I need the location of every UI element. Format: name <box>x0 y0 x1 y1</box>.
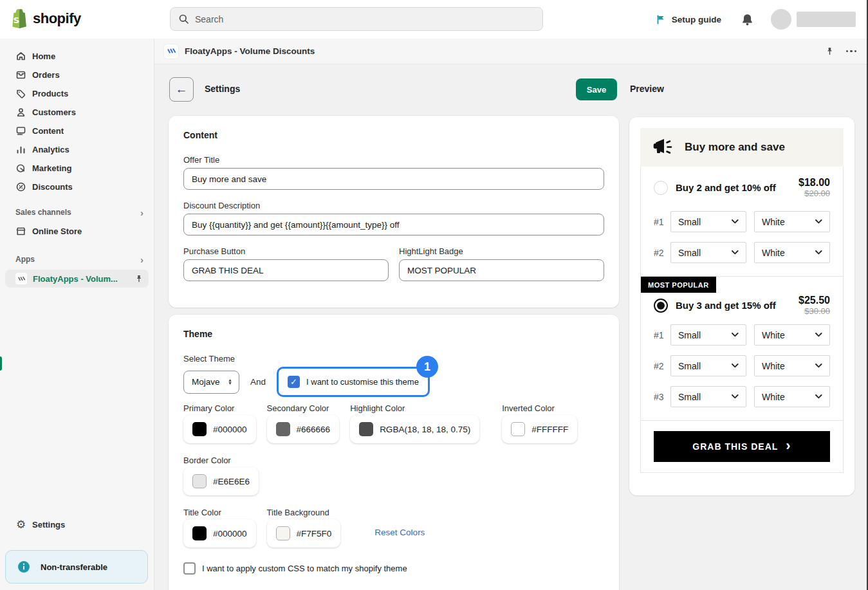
color-select[interactable]: White <box>754 386 830 407</box>
color-swatch <box>276 422 290 436</box>
size-select[interactable]: Small <box>670 355 746 376</box>
select-value: White <box>762 217 785 227</box>
color-swatch <box>276 526 290 540</box>
grab-this-deal-button[interactable]: GRAB THIS DEAL › <box>654 431 830 462</box>
offer-radio-unselected[interactable] <box>654 181 668 195</box>
variant-index: #1 <box>654 217 670 227</box>
sidebar-item-analytics[interactable]: Analytics <box>5 140 149 158</box>
chevron-down-icon <box>815 364 822 368</box>
variant-index: #1 <box>654 330 670 340</box>
title-background-picker[interactable]: #F7F5F0 <box>267 519 341 548</box>
apps-label: Apps <box>15 255 35 264</box>
main-nav: Home Orders Products Customers Content A… <box>0 39 154 196</box>
target-icon <box>15 163 26 174</box>
search-icon <box>178 14 189 24</box>
sidebar-item-products[interactable]: Products <box>5 84 149 102</box>
active-indicator <box>0 356 2 371</box>
offer-row: Buy 2 and get 10% off $18.00 $20.00 <box>654 177 830 198</box>
color-select[interactable]: White <box>754 324 830 346</box>
highlight-color-picker[interactable]: RGBA(18, 18, 18, 0.75) <box>350 415 479 443</box>
primary-color-picker[interactable]: #000000 <box>183 415 256 443</box>
border-color-picker[interactable]: #E6E6E6 <box>183 467 259 495</box>
chevron-right-icon[interactable]: › <box>140 254 143 265</box>
chevron-right-icon[interactable]: › <box>140 207 143 218</box>
cta-section: GRAB THIS DEAL › <box>641 420 843 472</box>
preview-section-title: Preview <box>630 84 664 94</box>
back-button[interactable]: ← <box>169 77 194 102</box>
inverted-color-picker[interactable]: #FFFFFF <box>502 415 577 443</box>
offer-compare-price: $30.00 <box>799 306 830 316</box>
custom-css-checkbox[interactable] <box>183 562 196 575</box>
cta-label: GRAB THIS DEAL <box>692 441 778 452</box>
pin-icon[interactable] <box>825 46 835 56</box>
select-value: White <box>762 392 785 402</box>
discount-description-input[interactable] <box>183 214 604 235</box>
title-color-picker[interactable]: #000000 <box>183 519 256 548</box>
person-icon <box>15 107 26 118</box>
color-select[interactable]: White <box>754 242 830 263</box>
sidebar-item-customers[interactable]: Customers <box>5 103 149 121</box>
size-select[interactable]: Small <box>670 324 746 346</box>
chevron-down-icon <box>732 394 739 399</box>
highlight-badge-input[interactable] <box>399 259 604 281</box>
variant-row: #1 Small White <box>654 324 830 346</box>
home-icon <box>15 51 26 62</box>
sidebar-item-label: Content <box>32 126 64 136</box>
global-search[interactable] <box>170 7 543 31</box>
notifications-bell-icon[interactable] <box>741 13 754 26</box>
select-value: White <box>762 330 785 340</box>
variant-row: #3 Small White <box>654 386 830 407</box>
sidebar-item-content[interactable]: Content <box>5 122 149 140</box>
purchase-button-input[interactable] <box>183 259 389 281</box>
chevron-down-icon <box>732 364 739 368</box>
bar-chart-icon <box>15 144 26 155</box>
size-select[interactable]: Small <box>670 242 746 263</box>
secondary-color-picker[interactable]: #666666 <box>267 415 340 443</box>
offer-title-input[interactable] <box>183 168 604 190</box>
select-value: Small <box>678 361 701 371</box>
sidebar-item-online-store[interactable]: Online Store <box>5 222 149 240</box>
offer-radio-selected[interactable] <box>654 299 668 313</box>
sidebar-item-label: Settings <box>32 520 65 530</box>
storefront-icon <box>15 226 26 237</box>
sidebar-item-floatyapps[interactable]: FloatyApps - Volum... <box>5 270 149 288</box>
sidebar-item-discounts[interactable]: Discounts <box>5 178 149 196</box>
percent-icon <box>15 181 26 192</box>
theme-select[interactable]: Mojave ▲▼ <box>183 371 239 394</box>
setup-guide-button[interactable]: Setup guide <box>656 14 721 25</box>
flag-icon <box>656 14 667 25</box>
reset-colors-link[interactable]: Reset Colors <box>374 528 425 537</box>
color-select[interactable]: White <box>754 355 830 376</box>
sidebar-item-settings[interactable]: ⚙ Settings <box>5 515 149 533</box>
store-name-placeholder[interactable] <box>797 12 856 27</box>
sidebar-item-marketing[interactable]: Marketing <box>5 159 149 177</box>
select-updown-icon: ▲▼ <box>228 379 232 384</box>
variant-index: #2 <box>654 361 670 371</box>
save-button[interactable]: Save <box>576 78 617 100</box>
sidebar-item-home[interactable]: Home <box>5 47 149 65</box>
size-select[interactable]: Small <box>670 386 746 407</box>
pin-icon[interactable] <box>134 274 143 283</box>
banner-label: Non-transferable <box>41 562 107 572</box>
customise-theme-checkbox[interactable]: ✓ <box>288 376 300 388</box>
more-options-icon[interactable] <box>846 50 857 53</box>
sidebar-item-label: Online Store <box>32 226 82 236</box>
svg-text:S: S <box>14 15 19 25</box>
search-input[interactable] <box>195 14 535 24</box>
sales-channels-label: Sales channels <box>15 208 71 217</box>
sidebar-item-orders[interactable]: Orders <box>5 66 149 84</box>
size-select[interactable]: Small <box>670 211 746 232</box>
customise-theme-highlight: ✓ I want to customise this theme 1 <box>277 367 430 397</box>
border-color-group: Border Color #E6E6E6 <box>183 456 259 495</box>
content-settings-card: Content Offer Title Discount Description… <box>169 116 619 308</box>
color-value: #E6E6E6 <box>213 477 250 486</box>
shopify-logo[interactable]: S shopify <box>10 8 81 29</box>
offer-price: $18.00 <box>799 177 830 189</box>
floatyapps-app-icon <box>15 273 27 284</box>
color-label: Title Background <box>267 508 341 517</box>
color-label: Border Color <box>183 456 259 465</box>
color-select[interactable]: White <box>754 211 830 232</box>
user-avatar[interactable] <box>771 9 791 30</box>
offer-section-2: MOST POPULAR Buy 3 and get 15% off $25.5… <box>641 276 843 420</box>
content-icon <box>15 125 26 136</box>
